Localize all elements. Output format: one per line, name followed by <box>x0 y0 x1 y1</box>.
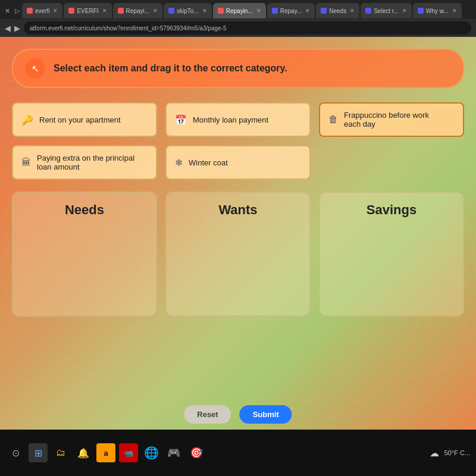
tab-repayin-active[interactable]: Repayin... ✕ <box>213 3 266 18</box>
tab-label-9: Why w... <box>426 8 449 14</box>
tab-select[interactable]: Select r... ✕ <box>361 3 412 18</box>
taskbar-roblox-icon[interactable]: 🎮 <box>164 443 183 462</box>
drop-zones: Needs Wants Savings <box>12 192 464 317</box>
tab-label-6: Repay... <box>280 8 302 14</box>
taskbar-amazon-icon[interactable]: a <box>96 443 115 462</box>
tab-favicon-1 <box>27 8 33 14</box>
tab-close-7[interactable]: ✕ <box>350 8 355 14</box>
tab-close-8[interactable]: ✕ <box>402 8 407 14</box>
taskbar-bell-icon[interactable]: 🔔 <box>74 443 93 462</box>
tab-label-3: Repayi... <box>126 8 149 14</box>
loan-label: Monthly loan payment <box>193 115 268 124</box>
taskbar-game-icon[interactable]: 🎯 <box>187 443 206 462</box>
tab-close-6[interactable]: ✕ <box>305 8 310 14</box>
rent-label: Rent on your apartment <box>39 115 121 124</box>
tab-repay-2[interactable]: Repay... ✕ <box>267 3 315 18</box>
tab-label-8: Select r... <box>374 8 399 14</box>
drop-zone-wants[interactable]: Wants <box>165 192 311 317</box>
bottom-buttons: Reset Submit <box>184 405 292 424</box>
frappuccino-icon: 🗑 <box>328 114 338 125</box>
tab-close-4[interactable]: ✕ <box>202 8 207 14</box>
taskbar: ⊙ ⊞ 🗂 🔔 a 📹 🌐 🎮 🎯 ☁ 50°F C... <box>0 430 476 476</box>
tab-close-3[interactable]: ✕ <box>153 8 158 14</box>
winter-coat-label: Winter coat <box>189 158 228 167</box>
tab-needs[interactable]: Needs ✕ <box>316 3 359 18</box>
tab-everfi-2[interactable]: EVERFI ✕ <box>64 3 111 18</box>
taskbar-chrome-icon[interactable]: 🌐 <box>142 443 161 462</box>
taskbar-video-icon[interactable]: 📹 <box>119 443 138 462</box>
winter-coat-icon: ❄ <box>175 157 183 168</box>
extra-payment-label: Paying extra on the principal loan amoun… <box>37 154 148 171</box>
wants-title: Wants <box>218 202 257 218</box>
submit-button[interactable]: Submit <box>240 405 292 424</box>
back-button[interactable]: ◀ <box>5 24 11 33</box>
drag-item-frappuccino[interactable]: 🗑 Frappuccino before work each day ☛ <box>319 102 464 137</box>
tab-favicon-2 <box>68 8 74 14</box>
tab-label-1: everfi <box>35 8 49 14</box>
forward-button[interactable]: ▶ <box>14 24 20 33</box>
tab-favicon-6 <box>272 8 278 14</box>
tab-label-5: Repayin... <box>226 8 253 14</box>
tab-close-x[interactable]: ✕ <box>2 7 12 15</box>
tab-skipto[interactable]: skipTo... ✕ <box>164 3 212 18</box>
tab-label-4: skipTo... <box>177 8 199 14</box>
tab-label-2: EVERFI <box>77 8 98 14</box>
reset-button[interactable]: Reset <box>184 405 231 424</box>
weather-text: 50°F C... <box>444 449 470 456</box>
tab-favicon-9 <box>418 8 424 14</box>
tab-favicon-7 <box>321 8 327 14</box>
taskbar-windows-icon[interactable]: ⊞ <box>29 443 48 462</box>
instruction-text: Select each item and drag it to the corr… <box>54 63 287 74</box>
drag-item-extra-payment[interactable]: 🏛 Paying extra on the principal loan amo… <box>12 145 157 180</box>
weather-icon: ☁ <box>430 447 439 459</box>
taskbar-files-icon[interactable]: 🗂 <box>51 443 70 462</box>
taskbar-search-icon[interactable]: ⊙ <box>6 443 25 462</box>
cursor-icon: ↖ <box>25 58 45 79</box>
drop-zone-needs[interactable]: Needs <box>12 192 157 317</box>
tab-close-2[interactable]: ✕ <box>102 8 107 14</box>
items-area: 🔑 Rent on your apartment 📅 Monthly loan … <box>12 102 464 180</box>
browser-chrome: ✕ ▷ everfi ✕ EVERFI ✕ Repayi... ✕ skipTo… <box>0 0 476 37</box>
taskbar-right: ☁ 50°F C... <box>430 447 470 459</box>
tab-close-1[interactable]: ✕ <box>53 8 58 14</box>
drag-item-winter-coat[interactable]: ❄ Winter coat <box>165 145 311 180</box>
url-text: atform.everfi.net/curriculum/show?enroll… <box>30 25 226 32</box>
tab-bar: ✕ ▷ everfi ✕ EVERFI ✕ Repayi... ✕ skipTo… <box>0 0 476 19</box>
taskbar-left: ⊙ ⊞ 🗂 🔔 a 📹 🌐 🎮 🎯 <box>6 443 206 462</box>
drag-item-rent[interactable]: 🔑 Rent on your apartment <box>12 102 157 137</box>
tab-favicon-8 <box>365 8 371 14</box>
drop-zone-savings[interactable]: Savings <box>319 192 464 317</box>
tab-favicon-3 <box>118 8 124 14</box>
address-bar: ◀ ▶ atform.everfi.net/curriculum/show?en… <box>0 19 476 37</box>
empty-slot <box>319 145 464 180</box>
url-bar[interactable]: atform.everfi.net/curriculum/show?enroll… <box>24 21 471 35</box>
tab-forward-icon[interactable]: ▷ <box>14 7 21 15</box>
instruction-box: ↖ Select each item and drag it to the co… <box>12 49 464 88</box>
savings-title: Savings <box>367 202 416 218</box>
drag-item-loan[interactable]: 📅 Monthly loan payment <box>165 102 311 137</box>
loan-icon: 📅 <box>175 114 187 126</box>
tab-favicon-4 <box>168 8 174 14</box>
tab-close-9[interactable]: ✕ <box>452 8 457 14</box>
tab-everfi-1[interactable]: everfi ✕ <box>22 3 62 18</box>
tab-close-5[interactable]: ✕ <box>256 8 261 14</box>
cursor-arrow: ↖ <box>32 63 39 74</box>
tab-label-7: Needs <box>329 8 346 14</box>
rent-icon: 🔑 <box>21 114 33 126</box>
main-content: ↖ Select each item and drag it to the co… <box>0 37 476 430</box>
tab-why[interactable]: Why w... ✕ <box>413 3 462 18</box>
needs-title: Needs <box>65 202 104 218</box>
tab-favicon-5 <box>218 8 224 14</box>
tab-repayi-1[interactable]: Repayi... ✕ <box>113 3 162 18</box>
extra-payment-icon: 🏛 <box>21 157 31 168</box>
frappuccino-label: Frappuccino before work each day <box>344 111 440 129</box>
